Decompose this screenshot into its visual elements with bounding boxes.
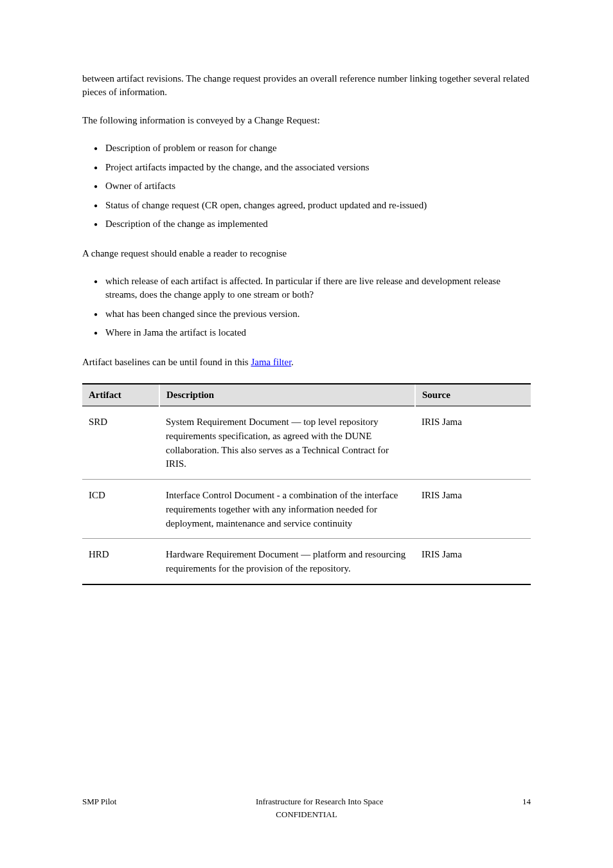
cr-info-list: Description of problem or reason for cha… bbox=[82, 141, 531, 231]
page-footer: SMP Pilot Infrastructure for Research In… bbox=[82, 795, 531, 820]
list-item: Project artifacts impacted by the change… bbox=[82, 161, 531, 174]
table-row: ICD Interface Control Document - a combi… bbox=[82, 480, 531, 539]
cell-artifact: ICD bbox=[82, 480, 159, 539]
list-item: what has been changed since the previous… bbox=[82, 307, 531, 321]
list-item: Status of change request (CR open, chang… bbox=[82, 199, 531, 212]
paragraph-2: The following information is conveyed by… bbox=[82, 114, 531, 127]
cell-description: Interface Control Document - a combinati… bbox=[159, 480, 415, 539]
table-row: SRD System Requirement Document — top le… bbox=[82, 406, 531, 480]
cell-description: System Requirement Document — top level … bbox=[159, 406, 415, 480]
footer-center-1: Infrastructure for Research Into Space bbox=[116, 795, 522, 808]
table-caption-prefix: Artifact baselines can be until found in… bbox=[82, 357, 249, 367]
body-text: between artifact revisions. The change r… bbox=[82, 72, 531, 369]
footer-center-2: CONFIDENTIAL bbox=[82, 808, 531, 821]
cell-source: IRIS Jama bbox=[415, 480, 531, 539]
col-header-artifact: Artifact bbox=[82, 384, 159, 406]
footer-right: 14 bbox=[522, 795, 531, 808]
cell-description: Hardware Requirement Document — platform… bbox=[159, 539, 415, 584]
list-item: which release of each artifact is affect… bbox=[82, 275, 531, 302]
col-header-description: Description bbox=[159, 384, 415, 406]
cell-source: IRIS Jama bbox=[415, 406, 531, 480]
list-item: Where in Jama the artifact is located bbox=[82, 326, 531, 339]
paragraph-3: A change request should enable a reader … bbox=[82, 247, 531, 260]
table-header-row: Artifact Description Source bbox=[82, 384, 531, 406]
list-item: Owner of artifacts bbox=[82, 179, 531, 193]
list-item: Description of the change as implemented bbox=[82, 217, 531, 231]
cr-enable-list: which release of each artifact is affect… bbox=[82, 275, 531, 340]
cell-source: IRIS Jama bbox=[415, 539, 531, 584]
cell-artifact: HRD bbox=[82, 539, 159, 584]
col-header-source: Source bbox=[415, 384, 531, 406]
list-item: Description of problem or reason for cha… bbox=[82, 141, 531, 155]
jama-filter-link[interactable]: Jama filter bbox=[251, 357, 291, 367]
table-row: HRD Hardware Requirement Document — plat… bbox=[82, 539, 531, 584]
footer-left: SMP Pilot bbox=[82, 795, 116, 808]
artifacts-table: Artifact Description Source SRD System R… bbox=[82, 383, 531, 585]
table-caption-suffix: . bbox=[291, 357, 294, 367]
table-caption: Artifact baselines can be until found in… bbox=[82, 356, 531, 369]
cell-artifact: SRD bbox=[82, 406, 159, 480]
paragraph-1: between artifact revisions. The change r… bbox=[82, 72, 531, 100]
